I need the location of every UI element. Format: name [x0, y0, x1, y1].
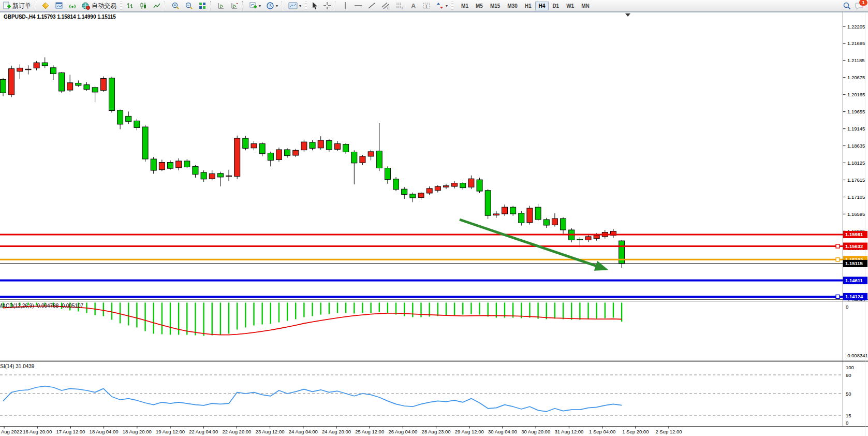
timeframe-m1[interactable]: M1	[458, 2, 472, 10]
candle-body	[25, 69, 31, 69]
text-label-button[interactable]: T	[420, 0, 433, 11]
toolbar: 新订单	[0, 0, 868, 12]
chart-forward-button[interactable]	[228, 0, 241, 11]
candle-body	[360, 156, 365, 163]
vertical-line-button[interactable]	[339, 0, 351, 11]
trend-arrow[interactable]	[460, 220, 605, 269]
zoom-out-button[interactable]	[182, 0, 196, 11]
line-drag-handle[interactable]	[836, 258, 840, 261]
candle-body	[301, 142, 307, 150]
signals-button[interactable]	[66, 0, 79, 11]
price-chart[interactable]: 1.222051.216951.211851.206751.201651.196…	[0, 0, 868, 436]
candle-body	[42, 63, 48, 66]
time-tick-label: 23 Aug 12:00	[256, 429, 285, 434]
time-tick-label: 26 Aug 04:00	[388, 429, 417, 434]
equidistant-channel-icon: E	[381, 2, 390, 10]
timeframe-m5[interactable]: M5	[472, 2, 487, 10]
candle-body	[343, 144, 349, 152]
candle-body	[151, 159, 156, 170]
candle-body	[100, 78, 106, 90]
toolbar-separator	[282, 1, 285, 10]
candlestick-chart-button[interactable]	[137, 0, 150, 11]
line-drag-handle[interactable]	[836, 244, 840, 248]
candle-body	[268, 153, 273, 160]
candle-body	[117, 110, 123, 124]
candle-body	[59, 72, 65, 91]
trendline-button[interactable]	[365, 0, 378, 11]
candle-body	[468, 179, 474, 187]
candle-body	[259, 143, 265, 153]
candle-body	[142, 127, 148, 159]
candle-body	[34, 63, 39, 68]
timeframe-h4[interactable]: H4	[535, 2, 549, 10]
candle-body	[477, 180, 482, 191]
tile-windows-button[interactable]	[196, 0, 209, 11]
candle-body	[493, 214, 499, 215]
candle-body	[109, 78, 114, 111]
arrow-shapes-button[interactable]: ▾	[433, 0, 450, 11]
cursor-button[interactable]	[308, 0, 320, 11]
time-tick-label: 22 Aug 04:00	[189, 429, 218, 434]
notification-badge: 1	[859, 0, 867, 6]
text-button[interactable]: A	[407, 0, 420, 11]
templates-button[interactable]: ▾	[286, 0, 304, 11]
arrow-shapes-icon	[436, 2, 444, 10]
autotrade-button[interactable]: 自动交易	[79, 0, 119, 11]
candle-body	[276, 150, 282, 159]
price-tick-label: 1.16595	[847, 211, 865, 217]
candle-body	[134, 121, 140, 127]
price-tick-label: 1.17615	[847, 177, 865, 183]
candle-body	[351, 152, 357, 163]
mql-editor-button[interactable]	[39, 0, 52, 11]
rsi-scale-label: 15	[846, 413, 851, 418]
macd-indicator-label: MACD(12,26,9) -0.004788 -0.005107	[0, 303, 83, 309]
candle-body	[184, 161, 190, 167]
candle-body	[92, 88, 98, 92]
new-order-icon	[3, 2, 11, 10]
price-tick-label: 1.18125	[847, 160, 865, 166]
price-badge-label: 1.15632	[845, 243, 863, 249]
candle-body	[168, 163, 173, 169]
zoom-in-icon	[171, 2, 180, 10]
timeframe-h1[interactable]: H1	[521, 2, 535, 10]
candle-body	[385, 168, 390, 180]
trendline-icon	[367, 2, 376, 10]
line-drag-handle[interactable]	[836, 295, 840, 298]
profiles-button[interactable]: ▾	[263, 0, 281, 11]
svg-text:A: A	[411, 2, 416, 10]
new-order-button[interactable]: 新订单	[0, 0, 34, 11]
candle-body	[535, 207, 541, 220]
timeframe-w1[interactable]: W1	[563, 2, 578, 10]
market-watch-button[interactable]	[52, 0, 66, 11]
fibonacci-button[interactable]: F	[393, 0, 407, 11]
timeframe-m30[interactable]: M30	[504, 2, 521, 10]
chart-symbol-label: GBPUSD-,H4 1.15793 1.15814 1.14990 1.151…	[4, 14, 116, 20]
candle-body	[243, 138, 248, 148]
candle-body	[318, 140, 323, 148]
candle-body	[285, 150, 290, 156]
timeframe-d1[interactable]: D1	[549, 2, 563, 10]
line-chart-button[interactable]	[150, 0, 164, 11]
chart-back-icon	[217, 2, 225, 10]
clock-icon	[266, 2, 274, 10]
new-chart-button[interactable]: ▾	[246, 0, 263, 11]
equidistant-channel-button[interactable]: E	[378, 0, 393, 11]
candle-body	[176, 161, 182, 168]
notifications-button[interactable]: 1	[855, 2, 864, 10]
crosshair-button[interactable]	[320, 0, 334, 11]
candle-body	[209, 173, 215, 179]
candle-body	[17, 68, 23, 71]
chart-back-button[interactable]	[214, 0, 228, 11]
price-badge-label: 1.14611	[845, 278, 863, 283]
time-tick-label: 1 Sep 20:00	[622, 429, 649, 434]
bar-chart-button[interactable]	[123, 0, 137, 11]
search-icon[interactable]	[843, 2, 851, 10]
time-tick-label: 2 Sep 12:00	[655, 429, 682, 434]
candle-body	[126, 116, 131, 121]
candle-body	[159, 163, 165, 170]
price-tick-label: 1.22205	[847, 24, 865, 30]
timeframe-m15[interactable]: M15	[487, 2, 504, 10]
horizontal-line-button[interactable]	[351, 0, 365, 11]
zoom-in-button[interactable]	[169, 0, 182, 11]
timeframe-mn[interactable]: MN	[578, 2, 593, 10]
